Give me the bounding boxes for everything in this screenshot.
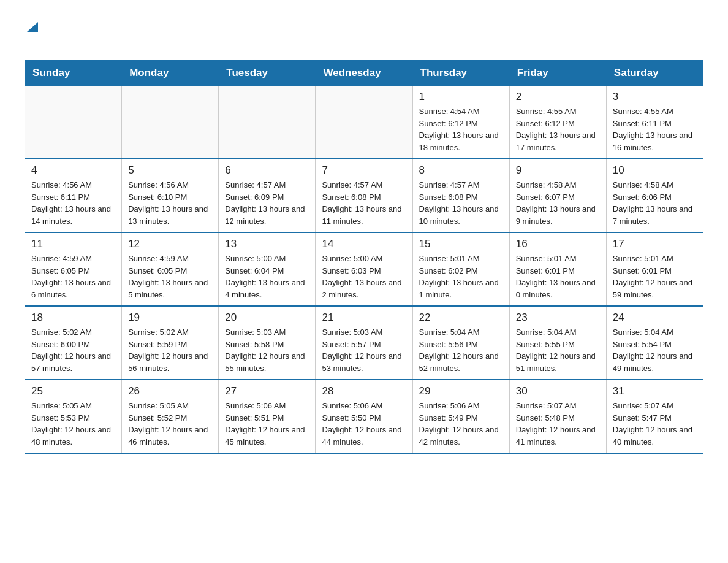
calendar-cell: 4Sunrise: 4:56 AMSunset: 6:11 PMDaylight… bbox=[25, 159, 122, 232]
calendar-cell: 10Sunrise: 4:58 AMSunset: 6:06 PMDayligh… bbox=[606, 159, 703, 232]
day-number: 2 bbox=[516, 91, 600, 103]
calendar-cell: 18Sunrise: 5:02 AMSunset: 6:00 PMDayligh… bbox=[25, 306, 122, 380]
day-number: 27 bbox=[225, 385, 309, 397]
day-number: 26 bbox=[128, 385, 212, 397]
day-info: Sunrise: 5:05 AMSunset: 5:53 PMDaylight:… bbox=[31, 400, 115, 448]
calendar-week-row: 25Sunrise: 5:05 AMSunset: 5:53 PMDayligh… bbox=[25, 380, 703, 453]
calendar-header-row: SundayMondayTuesdayWednesdayThursdayFrid… bbox=[25, 61, 703, 86]
calendar-cell: 30Sunrise: 5:07 AMSunset: 5:48 PMDayligh… bbox=[509, 380, 606, 453]
day-info: Sunrise: 5:04 AMSunset: 5:54 PMDaylight:… bbox=[613, 326, 697, 374]
calendar-cell bbox=[316, 86, 412, 159]
page-container: SundayMondayTuesdayWednesdayThursdayFrid… bbox=[25, 18, 703, 454]
day-info: Sunrise: 5:04 AMSunset: 5:56 PMDaylight:… bbox=[419, 326, 503, 374]
day-number: 23 bbox=[516, 312, 600, 324]
calendar-cell: 26Sunrise: 5:05 AMSunset: 5:52 PMDayligh… bbox=[122, 380, 219, 453]
day-info: Sunrise: 4:55 AMSunset: 6:12 PMDaylight:… bbox=[516, 105, 600, 153]
calendar-cell: 6Sunrise: 4:57 AMSunset: 6:09 PMDaylight… bbox=[219, 159, 316, 232]
svg-marker-0 bbox=[27, 22, 38, 32]
day-number: 29 bbox=[419, 385, 503, 397]
calendar-cell: 25Sunrise: 5:05 AMSunset: 5:53 PMDayligh… bbox=[25, 380, 122, 453]
day-number: 25 bbox=[31, 385, 115, 397]
calendar-week-row: 4Sunrise: 4:56 AMSunset: 6:11 PMDaylight… bbox=[25, 159, 703, 232]
day-info: Sunrise: 5:07 AMSunset: 5:47 PMDaylight:… bbox=[613, 400, 697, 448]
calendar-cell: 19Sunrise: 5:02 AMSunset: 5:59 PMDayligh… bbox=[122, 306, 219, 380]
calendar-cell: 31Sunrise: 5:07 AMSunset: 5:47 PMDayligh… bbox=[606, 380, 703, 453]
day-number: 20 bbox=[225, 312, 309, 324]
day-number: 3 bbox=[613, 91, 697, 103]
day-info: Sunrise: 4:59 AMSunset: 6:05 PMDaylight:… bbox=[128, 253, 212, 301]
calendar-cell: 8Sunrise: 4:57 AMSunset: 6:08 PMDaylight… bbox=[412, 159, 509, 232]
day-info: Sunrise: 5:02 AMSunset: 6:00 PMDaylight:… bbox=[31, 326, 115, 374]
day-number: 17 bbox=[613, 238, 697, 250]
calendar-cell: 14Sunrise: 5:00 AMSunset: 6:03 PMDayligh… bbox=[316, 232, 412, 306]
day-number: 16 bbox=[516, 238, 600, 250]
calendar-cell: 2Sunrise: 4:55 AMSunset: 6:12 PMDaylight… bbox=[509, 86, 606, 159]
calendar-cell: 16Sunrise: 5:01 AMSunset: 6:01 PMDayligh… bbox=[509, 232, 606, 306]
logo bbox=[25, 18, 39, 55]
day-info: Sunrise: 5:06 AMSunset: 5:51 PMDaylight:… bbox=[225, 400, 309, 448]
day-number: 14 bbox=[322, 238, 406, 250]
day-number: 21 bbox=[322, 312, 406, 324]
day-number: 24 bbox=[613, 312, 697, 324]
day-header-sunday: Sunday bbox=[25, 61, 122, 86]
day-info: Sunrise: 5:06 AMSunset: 5:50 PMDaylight:… bbox=[322, 400, 406, 448]
day-info: Sunrise: 4:57 AMSunset: 6:08 PMDaylight:… bbox=[419, 179, 503, 227]
day-info: Sunrise: 4:59 AMSunset: 6:05 PMDaylight:… bbox=[31, 253, 115, 301]
calendar-cell: 7Sunrise: 4:57 AMSunset: 6:08 PMDaylight… bbox=[316, 159, 412, 232]
day-info: Sunrise: 5:03 AMSunset: 5:57 PMDaylight:… bbox=[322, 326, 406, 374]
day-header-friday: Friday bbox=[509, 61, 606, 86]
calendar-cell bbox=[122, 86, 219, 159]
calendar-cell: 21Sunrise: 5:03 AMSunset: 5:57 PMDayligh… bbox=[316, 306, 412, 380]
day-info: Sunrise: 5:01 AMSunset: 6:01 PMDaylight:… bbox=[516, 253, 600, 301]
day-info: Sunrise: 4:56 AMSunset: 6:10 PMDaylight:… bbox=[128, 179, 212, 227]
day-info: Sunrise: 4:54 AMSunset: 6:12 PMDaylight:… bbox=[419, 105, 503, 153]
day-header-tuesday: Tuesday bbox=[219, 61, 316, 86]
day-info: Sunrise: 4:57 AMSunset: 6:09 PMDaylight:… bbox=[225, 179, 309, 227]
day-header-thursday: Thursday bbox=[412, 61, 509, 86]
day-number: 18 bbox=[31, 312, 115, 324]
day-number: 12 bbox=[128, 238, 212, 250]
header bbox=[25, 18, 703, 55]
calendar-cell bbox=[219, 86, 316, 159]
day-info: Sunrise: 5:01 AMSunset: 6:01 PMDaylight:… bbox=[613, 253, 697, 301]
calendar-cell: 5Sunrise: 4:56 AMSunset: 6:10 PMDaylight… bbox=[122, 159, 219, 232]
calendar-cell: 27Sunrise: 5:06 AMSunset: 5:51 PMDayligh… bbox=[219, 380, 316, 453]
calendar-cell: 20Sunrise: 5:03 AMSunset: 5:58 PMDayligh… bbox=[219, 306, 316, 380]
day-number: 9 bbox=[516, 164, 600, 177]
calendar-week-row: 18Sunrise: 5:02 AMSunset: 6:00 PMDayligh… bbox=[25, 306, 703, 380]
day-info: Sunrise: 5:05 AMSunset: 5:52 PMDaylight:… bbox=[128, 400, 212, 448]
day-header-saturday: Saturday bbox=[606, 61, 703, 86]
calendar-cell: 24Sunrise: 5:04 AMSunset: 5:54 PMDayligh… bbox=[606, 306, 703, 380]
day-number: 11 bbox=[31, 238, 115, 250]
calendar-cell: 29Sunrise: 5:06 AMSunset: 5:49 PMDayligh… bbox=[412, 380, 509, 453]
day-number: 4 bbox=[31, 164, 115, 177]
day-number: 30 bbox=[516, 385, 600, 397]
day-number: 22 bbox=[419, 312, 503, 324]
calendar-cell: 1Sunrise: 4:54 AMSunset: 6:12 PMDaylight… bbox=[412, 86, 509, 159]
day-info: Sunrise: 5:00 AMSunset: 6:04 PMDaylight:… bbox=[225, 253, 309, 301]
calendar-cell: 12Sunrise: 4:59 AMSunset: 6:05 PMDayligh… bbox=[122, 232, 219, 306]
day-info: Sunrise: 4:55 AMSunset: 6:11 PMDaylight:… bbox=[613, 105, 697, 153]
day-number: 10 bbox=[613, 164, 697, 177]
day-info: Sunrise: 5:00 AMSunset: 6:03 PMDaylight:… bbox=[322, 253, 406, 301]
day-info: Sunrise: 5:07 AMSunset: 5:48 PMDaylight:… bbox=[516, 400, 600, 448]
day-info: Sunrise: 5:01 AMSunset: 6:02 PMDaylight:… bbox=[419, 253, 503, 301]
day-number: 6 bbox=[225, 164, 309, 177]
day-info: Sunrise: 4:58 AMSunset: 6:07 PMDaylight:… bbox=[516, 179, 600, 227]
calendar-cell: 3Sunrise: 4:55 AMSunset: 6:11 PMDaylight… bbox=[606, 86, 703, 159]
day-number: 13 bbox=[225, 238, 309, 250]
calendar-table: SundayMondayTuesdayWednesdayThursdayFrid… bbox=[25, 60, 703, 454]
calendar-cell: 28Sunrise: 5:06 AMSunset: 5:50 PMDayligh… bbox=[316, 380, 412, 453]
day-info: Sunrise: 5:02 AMSunset: 5:59 PMDaylight:… bbox=[128, 326, 212, 374]
day-number: 5 bbox=[128, 164, 212, 177]
calendar-week-row: 11Sunrise: 4:59 AMSunset: 6:05 PMDayligh… bbox=[25, 232, 703, 306]
calendar-cell: 11Sunrise: 4:59 AMSunset: 6:05 PMDayligh… bbox=[25, 232, 122, 306]
day-info: Sunrise: 4:56 AMSunset: 6:11 PMDaylight:… bbox=[31, 179, 115, 227]
calendar-cell: 17Sunrise: 5:01 AMSunset: 6:01 PMDayligh… bbox=[606, 232, 703, 306]
day-number: 15 bbox=[419, 238, 503, 250]
day-number: 19 bbox=[128, 312, 212, 324]
day-header-monday: Monday bbox=[122, 61, 219, 86]
day-number: 7 bbox=[322, 164, 406, 177]
day-number: 28 bbox=[322, 385, 406, 397]
day-info: Sunrise: 4:58 AMSunset: 6:06 PMDaylight:… bbox=[613, 179, 697, 227]
